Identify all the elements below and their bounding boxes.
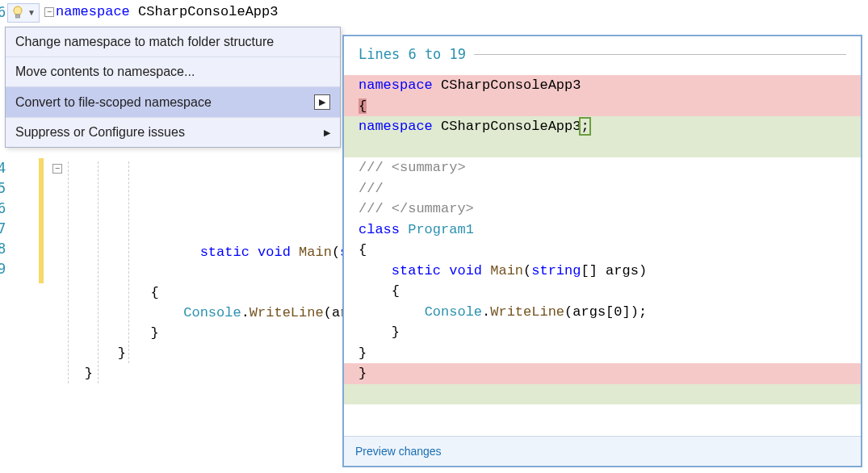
diff-added-line: namespace CSharpConsoleApp3; [344,116,861,137]
diff-removed-line: namespace CSharpConsoleApp3 [344,75,861,96]
line-number: 5 [0,180,6,196]
line-number: 4 [0,160,6,176]
submenu-arrow-icon: ▶ [314,94,330,110]
diff-added-line [344,137,861,158]
code-line: Console.WriteLine(args[0]); [344,302,861,323]
preview-changes-link[interactable]: Preview changes [355,445,442,458]
divider [474,54,846,55]
code-line: /// <summary> [344,157,861,178]
code-line: /// </summary> [344,199,861,220]
code-editor: 6 4 5 6 7 8 9 ▼ namespace CSharpConsoleA… [0,0,868,473]
code-line[interactable]: namespace CSharpConsoleApp3 [56,4,278,19]
code-line: class Program1 [344,220,861,241]
code-line: static void Main(string[] args) [344,261,861,282]
menu-item-suppress-configure[interactable]: Suppress or Configure issues ▶ [6,118,340,147]
preview-header: Lines 6 to 19 [344,36,861,62]
preview-code: namespace CSharpConsoleApp3 { namespace … [344,62,861,436]
line-number: 9 [0,261,6,277]
code-line: } [344,322,861,343]
lightbulb-actions: ▼ [7,3,40,23]
code-line: { [344,281,861,302]
lightbulb-menu: Change namespace to match folder structu… [5,27,341,148]
code-line: } [344,343,861,364]
line-number: 7 [0,220,6,236]
diff-removed-line: } [344,363,861,384]
menu-item-move-contents[interactable]: Move contents to namespace... [6,57,340,87]
namespace-name: CSharpConsoleApp3 [138,4,278,19]
change-indicator-bar [39,158,44,283]
menu-item-convert-file-scoped[interactable]: Convert to file-scoped namespace ▶ [6,87,340,118]
menu-item-change-namespace[interactable]: Change namespace to match folder structu… [6,27,340,57]
line-number: 6 [0,4,6,20]
diff-added-line [344,384,861,405]
keyword: namespace [56,4,130,19]
code-line: { [344,240,861,261]
preview-title: Lines 6 to 19 [359,46,466,62]
svg-rect-0 [16,15,20,18]
preview-panel: Lines 6 to 19 namespace CSharpConsoleApp… [342,35,862,467]
fold-toggle[interactable] [44,7,54,17]
line-number: 8 [0,241,6,257]
code-line: /// [344,178,861,199]
chevron-down-icon: ▼ [27,9,36,17]
diff-removed-line: { [344,96,861,117]
submenu-arrow-icon: ▶ [324,128,330,138]
line-number: 6 [0,200,6,216]
preview-footer: Preview changes [344,436,861,466]
lightbulb-icon [11,6,24,20]
lightbulb-button[interactable]: ▼ [7,3,40,23]
